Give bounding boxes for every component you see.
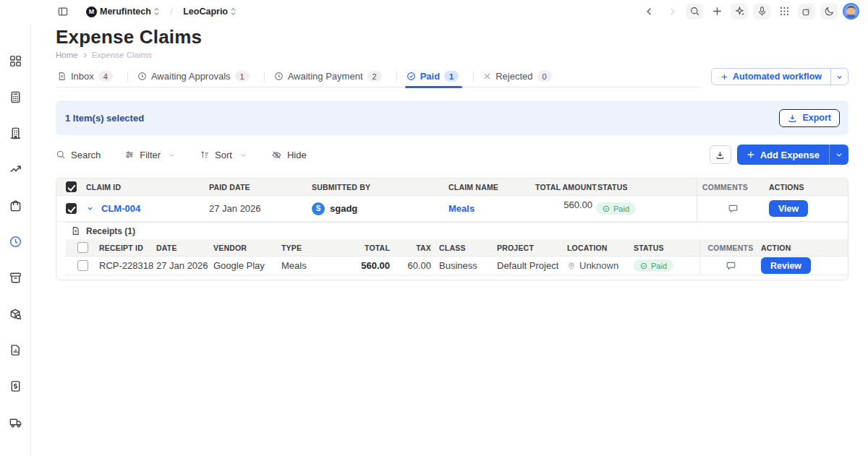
tab-awaiting-approvals[interactable]: Awaiting Approvals 1 [136, 66, 256, 87]
shopping-bag-icon[interactable] [8, 198, 23, 213]
column-header[interactable]: TOTAL [350, 244, 392, 252]
quick-create-icon[interactable] [708, 4, 726, 20]
search-icon[interactable] [686, 4, 703, 20]
view-button[interactable]: View [769, 200, 808, 217]
search-label: Search [71, 150, 101, 160]
organization-name: Merufintech [100, 7, 151, 17]
row-checkbox[interactable] [77, 260, 88, 271]
report-document-icon[interactable] [8, 343, 23, 358]
claim-id-link[interactable]: CLM-004 [101, 203, 140, 214]
claim-name-link[interactable]: Meals [448, 203, 475, 214]
receipts-select-all-checkbox[interactable] [77, 242, 88, 253]
delivery-truck-icon[interactable] [8, 415, 23, 430]
download-icon [788, 113, 797, 123]
selector-arrows-icon [153, 7, 161, 16]
sort-control[interactable]: Sort [200, 150, 247, 160]
column-header[interactable]: ACTIONS [769, 183, 848, 192]
x-icon [483, 72, 491, 80]
tab-label: Rejected [495, 71, 532, 82]
column-header[interactable]: COMMENTS [697, 178, 769, 195]
package-search-icon[interactable] [8, 306, 23, 322]
sidebar-toggle-icon[interactable] [54, 4, 72, 20]
trending-up-icon[interactable] [8, 162, 23, 177]
time-tracking-clock-icon[interactable] [8, 234, 23, 249]
claim-row[interactable]: CLM-004 27 Jan 2026 S sgadg Meals 560.00… [56, 196, 848, 222]
invoice-dollar-icon[interactable] [8, 379, 23, 394]
receipt-total-value: 560.00 [350, 260, 392, 271]
receipt-row[interactable]: RCP-228318 27 Jan 2026 Google Play Meals… [66, 257, 848, 275]
column-header[interactable]: TOTAL AMOUNT [535, 183, 595, 192]
comments-cell[interactable] [699, 257, 761, 275]
add-expense-dropdown-caret[interactable] [829, 145, 848, 165]
automated-workflow-button[interactable]: Automated workflow [711, 68, 848, 85]
chevron-down-icon [835, 150, 843, 159]
chevron-down-icon [239, 151, 247, 159]
check-circle-icon [640, 262, 647, 270]
sort-icon [200, 150, 210, 160]
collapse-row-icon[interactable] [86, 205, 94, 212]
breadcrumb-home[interactable]: Home [56, 51, 78, 59]
tab-count-badge: 4 [98, 71, 113, 82]
selection-bar: 1 Item(s) selected Export [56, 100, 848, 135]
hide-columns-control[interactable]: Hide [271, 150, 307, 160]
tab-separator [264, 72, 265, 82]
column-header[interactable]: PAID DATE [209, 183, 312, 192]
column-header[interactable]: DATE [156, 244, 213, 252]
column-header[interactable]: TAX [392, 244, 433, 252]
user-avatar[interactable] [843, 3, 859, 20]
document-icon [57, 72, 67, 81]
calculator-icon[interactable] [8, 90, 23, 105]
main-content: Expense Claims Home Expense Claims Inbox… [56, 23, 848, 280]
search-control[interactable]: Search [56, 150, 101, 160]
tab-inbox[interactable]: Inbox 4 [56, 66, 119, 87]
receipts-title: Receipts (1) [86, 226, 135, 236]
filter-control[interactable]: Filter [124, 150, 176, 160]
column-header[interactable]: RECEIPT ID [99, 244, 156, 252]
dark-mode-moon-icon[interactable] [820, 4, 838, 20]
review-button[interactable]: Review [761, 257, 811, 274]
archive-box-icon[interactable] [8, 270, 23, 285]
screenshot-icon[interactable] [798, 4, 815, 20]
ai-sparkle-icon[interactable] [731, 4, 748, 20]
tab-paid[interactable]: Paid 1 [405, 66, 466, 87]
column-header[interactable]: LOCATION [567, 244, 634, 252]
column-header[interactable]: PROJECT [497, 244, 567, 252]
select-all-checkbox[interactable] [66, 181, 77, 192]
breadcrumb-slash: / [171, 7, 173, 17]
tab-awaiting-payment[interactable]: Awaiting Payment 2 [273, 66, 388, 87]
tab-rejected[interactable]: Rejected 0 [482, 66, 558, 87]
nav-back-icon[interactable] [641, 4, 658, 20]
download-button[interactable] [710, 145, 731, 164]
company-building-icon[interactable] [8, 126, 23, 141]
project-switcher[interactable]: LeoCaprio [183, 7, 237, 17]
column-header[interactable]: CLASS [433, 244, 497, 252]
tab-label: Inbox [71, 71, 94, 82]
column-header[interactable]: CLAIM NAME [448, 183, 535, 192]
automated-workflow-label: Automated workflow [733, 72, 822, 82]
column-header[interactable]: COMMENTS [699, 239, 761, 256]
nav-forward-icon[interactable] [663, 4, 681, 20]
plus-icon [746, 150, 755, 159]
column-header[interactable]: STATUS [634, 244, 699, 252]
chevron-right-icon [82, 52, 88, 59]
column-header[interactable]: CLAIM ID [86, 183, 209, 192]
tab-separator [473, 72, 474, 82]
column-header[interactable]: VENDOR [213, 244, 281, 252]
column-header[interactable]: SUBMITTED BY [312, 183, 448, 192]
workflow-dropdown-caret[interactable] [830, 69, 848, 85]
organization-switcher[interactable]: M Merufintech [86, 7, 161, 17]
column-header[interactable]: ACTION [761, 244, 848, 252]
add-expense-button[interactable]: Add Expense [737, 145, 848, 165]
column-header[interactable]: TYPE [281, 244, 350, 252]
row-checkbox[interactable] [66, 203, 77, 214]
tab-count-badge: 1 [444, 71, 459, 82]
column-header[interactable]: STATUS [595, 183, 697, 192]
chevron-down-icon [168, 151, 176, 159]
receipt-id-value: RCP-228318 [99, 260, 156, 271]
dashboard-icon[interactable] [8, 53, 23, 69]
microphone-icon[interactable] [753, 4, 770, 20]
app-sidebar [0, 23, 31, 456]
comments-cell[interactable] [697, 196, 769, 221]
apps-grid-icon[interactable] [775, 4, 793, 20]
export-button[interactable]: Export [779, 109, 840, 127]
